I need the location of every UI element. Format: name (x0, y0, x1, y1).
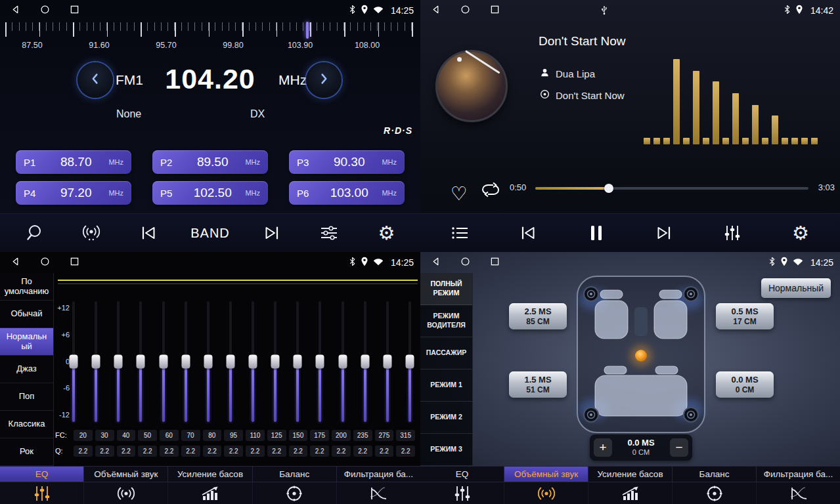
settings-gear-icon[interactable]: ⚙ (785, 218, 816, 248)
tune-down-button[interactable] (77, 62, 113, 98)
listening-mode-item[interactable]: ПОЛНЫЙ РЕЖИМ (420, 273, 472, 305)
eq-band-slider[interactable] (248, 299, 258, 424)
listening-mode-item[interactable]: РЕЖИМ 1 (420, 369, 472, 402)
delay-front-right-button[interactable]: 0.5 MS 17 CM (716, 303, 774, 329)
tab-filter[interactable]: Фильтрация ба... (337, 467, 420, 482)
slider-knob[interactable] (405, 355, 414, 369)
eq-band-slider[interactable] (113, 299, 123, 424)
progress-bar[interactable] (535, 183, 808, 194)
bass-boost-tab-icon[interactable] (588, 482, 673, 504)
next-icon[interactable] (257, 218, 287, 248)
home-icon[interactable] (460, 5, 470, 17)
previous-icon[interactable] (133, 218, 164, 248)
decrease-delay-button[interactable]: − (670, 438, 688, 457)
eq-band-slider[interactable] (360, 299, 370, 424)
tab-eq[interactable]: EQ (0, 467, 84, 482)
tab-surround[interactable]: Объёмный звук (504, 467, 588, 482)
slider-knob[interactable] (338, 355, 347, 369)
slider-knob[interactable] (294, 355, 302, 369)
delay-rear-left-button[interactable]: 1.5 MS 51 CM (509, 371, 567, 398)
eq-band-slider[interactable] (158, 299, 169, 424)
eq-band-slider[interactable] (382, 299, 393, 424)
eq-preset-item[interactable]: По умолчанию (0, 273, 53, 301)
slider-knob[interactable] (383, 355, 391, 369)
surround-tab-icon[interactable] (504, 482, 588, 504)
eq-band-slider[interactable] (315, 299, 325, 424)
next-track-icon[interactable] (649, 218, 679, 248)
tab-bass-boost[interactable]: Усиление басов (588, 467, 673, 482)
radio-preset-button[interactable]: P6 103.00 MHz (289, 181, 405, 205)
eq-band-slider[interactable] (181, 299, 191, 424)
eq-preset-item[interactable]: Обычай (0, 301, 53, 328)
slider-knob[interactable] (204, 355, 212, 369)
tab-eq[interactable]: EQ (420, 467, 504, 482)
balance-tab-icon[interactable] (253, 482, 337, 504)
search-icon[interactable] (19, 218, 49, 248)
tab-balance[interactable]: Баланс (673, 467, 757, 482)
filter-tab-icon[interactable] (337, 482, 420, 504)
radio-preset-button[interactable]: P3 90.30 MHz (289, 150, 405, 174)
filter-tab-icon[interactable] (757, 482, 840, 504)
back-icon[interactable] (431, 257, 441, 269)
recents-icon[interactable] (490, 257, 500, 269)
slider-knob[interactable] (361, 355, 369, 369)
slider-knob[interactable] (159, 355, 167, 369)
favorite-heart-icon[interactable]: ♡ (444, 178, 474, 209)
eq-band-slider[interactable] (270, 299, 280, 424)
slider-knob[interactable] (181, 355, 190, 369)
eq-band-slider[interactable] (135, 299, 146, 424)
radio-preset-button[interactable]: P1 88.70 MHz (16, 150, 131, 174)
listening-mode-item[interactable]: РЕЖИМ ВОДИТЕЛЯ (420, 305, 472, 337)
back-icon[interactable] (11, 5, 20, 17)
recents-icon[interactable] (70, 5, 79, 17)
equalizer-icon[interactable] (717, 218, 747, 248)
band-button[interactable]: BAND (190, 218, 230, 248)
slider-knob[interactable] (249, 355, 257, 369)
tab-filter[interactable]: Фильтрация ба... (757, 467, 840, 482)
eq-band-slider[interactable] (203, 299, 213, 424)
slider-knob[interactable] (70, 355, 78, 369)
settings-gear-icon[interactable]: ⚙ (371, 218, 401, 248)
listening-mode-item[interactable]: РЕЖИМ 3 (420, 434, 472, 466)
eq-band-slider[interactable] (338, 299, 348, 424)
eq-preset-item[interactable]: Классика (0, 411, 53, 438)
eq-preset-item[interactable]: Джаз (0, 356, 53, 383)
eq-band-slider[interactable] (405, 299, 415, 424)
slider-knob[interactable] (226, 355, 234, 369)
radio-preset-button[interactable]: P5 102.50 MHz (152, 181, 268, 205)
tab-bass-boost[interactable]: Усиление басов (168, 467, 252, 482)
recents-icon[interactable] (70, 257, 79, 269)
previous-track-icon[interactable] (513, 218, 543, 248)
back-icon[interactable] (11, 257, 20, 269)
slider-knob[interactable] (92, 355, 100, 369)
broadcast-icon[interactable] (76, 218, 106, 248)
home-icon[interactable] (460, 257, 470, 269)
tune-up-button[interactable] (306, 62, 342, 98)
tuning-indicator[interactable] (306, 22, 309, 39)
listening-mode-item[interactable]: ПАССАЖИР (420, 337, 472, 369)
slider-knob[interactable] (137, 355, 145, 369)
tune-settings-icon[interactable] (314, 218, 344, 248)
balance-tab-icon[interactable] (673, 482, 757, 504)
increase-delay-button[interactable]: + (594, 438, 612, 457)
eq-band-slider[interactable] (225, 299, 236, 424)
slider-knob[interactable] (271, 355, 280, 369)
surround-tab-icon[interactable] (84, 482, 168, 504)
slider-knob[interactable] (114, 355, 123, 369)
back-icon[interactable] (431, 5, 441, 17)
eq-preset-item[interactable]: Рок (0, 438, 53, 466)
tab-surround[interactable]: Объёмный звук (84, 467, 168, 482)
eq-preset-item[interactable]: Поп (0, 383, 53, 411)
eq-band-slider[interactable] (91, 299, 101, 424)
eq-preset-item[interactable]: Нормальный (0, 328, 53, 356)
radio-preset-button[interactable]: P2 89.50 MHz (152, 150, 268, 174)
repeat-icon[interactable] (481, 182, 500, 200)
tab-balance[interactable]: Баланс (253, 467, 337, 482)
listening-mode-item[interactable]: РЕЖИМ 2 (420, 402, 472, 434)
home-icon[interactable] (40, 257, 50, 269)
slider-knob[interactable] (316, 355, 324, 369)
radio-preset-button[interactable]: P4 97.20 MHz (16, 181, 131, 205)
player-progress-knob[interactable] (604, 184, 613, 193)
pause-icon[interactable] (581, 218, 611, 248)
home-icon[interactable] (40, 5, 50, 17)
